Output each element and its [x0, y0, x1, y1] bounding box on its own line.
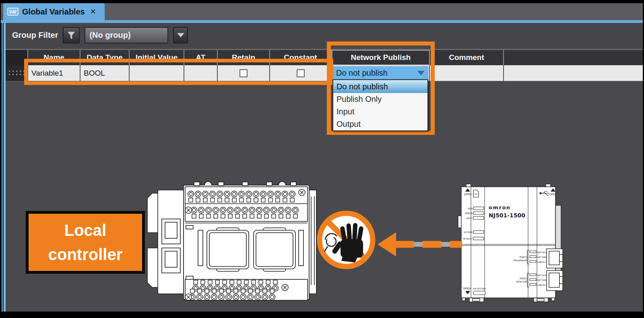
column-header-initial-value[interactable]: Initial Value [130, 50, 184, 65]
chevron-down-icon [177, 33, 184, 37]
column-header-retain[interactable]: Retain [218, 50, 270, 65]
local-controller-line1: Local [64, 218, 106, 242]
cell-comment[interactable] [430, 65, 504, 81]
tab-title: Global Variables [22, 7, 85, 17]
cell-filler [504, 65, 643, 81]
filter-button[interactable] [63, 27, 80, 43]
port1-net-err-label: NET ERR [537, 256, 547, 258]
column-header-filler [504, 50, 643, 65]
network-publish-dropdown: Do not publish Publish Only Input Output [332, 79, 428, 131]
group-select-value: (No group) [89, 31, 130, 40]
active-tab-underline [1, 20, 643, 23]
tab-bar: var Global Variables ✕ [1, 3, 643, 20]
port1-label: PORT1 [519, 256, 527, 258]
grid-header-row: Name Data Type Initial Value AT Retain C… [6, 50, 643, 65]
funnel-icon [66, 31, 76, 40]
cell-constant [270, 65, 332, 81]
cell-name[interactable]: Variable1 [28, 65, 80, 81]
local-controller-label: Local controller [26, 211, 145, 274]
retain-checkbox[interactable] [239, 69, 248, 77]
port2-link-act-label: LINK/ACT [537, 284, 547, 286]
constant-checkbox[interactable] [297, 69, 305, 77]
corner-header-cell[interactable] [6, 50, 28, 65]
sd-card-icon-label: SD [474, 193, 477, 195]
port1-link-act-label: LINK/ACT [537, 261, 547, 263]
column-header-name[interactable]: Name [28, 50, 80, 65]
close-icon[interactable]: ✕ [90, 7, 96, 16]
led-run-label: RUN [468, 207, 473, 210]
table-row: Variable1 BOOL Do not publish [6, 65, 643, 82]
cell-at[interactable] [184, 65, 218, 81]
variable-table-icon: var [7, 8, 19, 16]
network-publish-value: Do not publish [336, 68, 388, 78]
cell-data-type[interactable]: BOOL [80, 65, 130, 81]
editor-area: Group Filter (No group) Name Data Type I… [1, 23, 643, 312]
group-filter-label: Group Filter [12, 31, 58, 40]
row-handle[interactable] [6, 65, 28, 81]
sysmac-studio-window: var Global Variables ✕ Group Filter (No … [0, 0, 644, 318]
column-header-comment[interactable]: Comment [430, 50, 504, 65]
open-bottom-label: OPEN [463, 287, 471, 290]
brand-logo: omron [489, 204, 511, 211]
global-variables-grid: Name Data Type Initial Value AT Retain C… [6, 49, 643, 82]
network-publish-select[interactable]: Do not publish [332, 66, 428, 80]
model-label: NJ501-1500 [489, 212, 525, 219]
dropdown-option-input[interactable]: Input [333, 105, 427, 118]
open-top-right-label: OPEN [549, 193, 557, 196]
cell-network-publish: Do not publish [332, 65, 430, 81]
column-header-data-type[interactable]: Data Type [80, 50, 130, 65]
column-header-network-publish[interactable]: Network Publish [332, 50, 430, 65]
no-access-sign [316, 210, 376, 270]
column-header-constant[interactable]: Constant [270, 50, 332, 65]
dropdown-option-do-not-publish[interactable]: Do not publish [333, 80, 427, 93]
port2-protocol-label: EtherCAT [516, 280, 527, 283]
cell-initial-value[interactable] [130, 65, 184, 81]
dropdown-option-publish-only[interactable]: Publish Only [333, 93, 427, 105]
local-controller-drawing [146, 180, 319, 301]
local-controller-line2: controller [48, 242, 122, 266]
led-error-label: ERROR [465, 212, 473, 215]
group-select[interactable]: (No group) [85, 27, 168, 43]
group-select-arrow-button[interactable] [173, 27, 188, 43]
port2-label: PORT2 [519, 277, 527, 280]
dropdown-option-output[interactable]: Output [333, 118, 427, 130]
cell-retain [218, 65, 270, 81]
column-header-at[interactable]: AT [184, 50, 218, 65]
open-top-label: OPEN [464, 193, 471, 196]
led-busy-label: BUSY [466, 217, 473, 219]
blocked-connection-arrow [370, 225, 467, 262]
tab-global-variables[interactable]: var Global Variables ✕ [3, 3, 105, 20]
sw-setting-label: SW SETTING [473, 287, 486, 290]
chevron-down-icon [417, 71, 425, 75]
row-grip-icon [8, 70, 26, 76]
port1-net-run-label: NET RUN [537, 251, 547, 254]
port1-protocol-label: EtherNet/IP [514, 259, 527, 262]
remote-controller-drawing: OPEN SD RUN ERROR BUSY SD PWR SD BUSY om… [450, 182, 568, 303]
port2-net-err-label: NET ERR [537, 279, 547, 281]
port2-net-run-label: NET RUN [537, 274, 547, 277]
group-filter-toolbar: Group Filter (No group) [6, 23, 643, 47]
